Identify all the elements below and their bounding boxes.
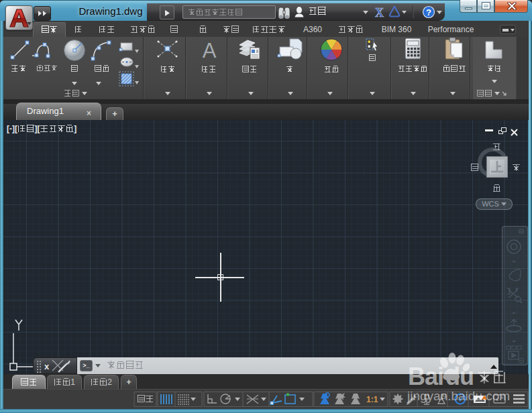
svg-text:x: x	[44, 361, 50, 371]
svg-text:?: ?	[426, 7, 431, 17]
svg-text:X: X	[375, 6, 384, 19]
svg-text:A: A	[203, 39, 217, 62]
svg-text:1:1: 1:1	[366, 395, 378, 404]
